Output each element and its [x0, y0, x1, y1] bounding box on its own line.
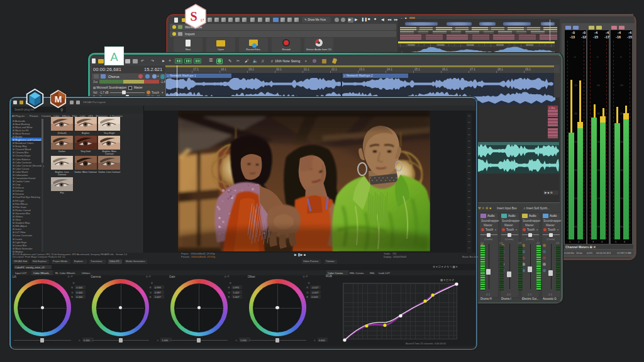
svg-text:M: M	[55, 94, 62, 104]
svg-text:S: S	[190, 9, 197, 23]
svg-text:A: A	[110, 51, 118, 63]
svg-text:17: 17	[200, 18, 204, 22]
